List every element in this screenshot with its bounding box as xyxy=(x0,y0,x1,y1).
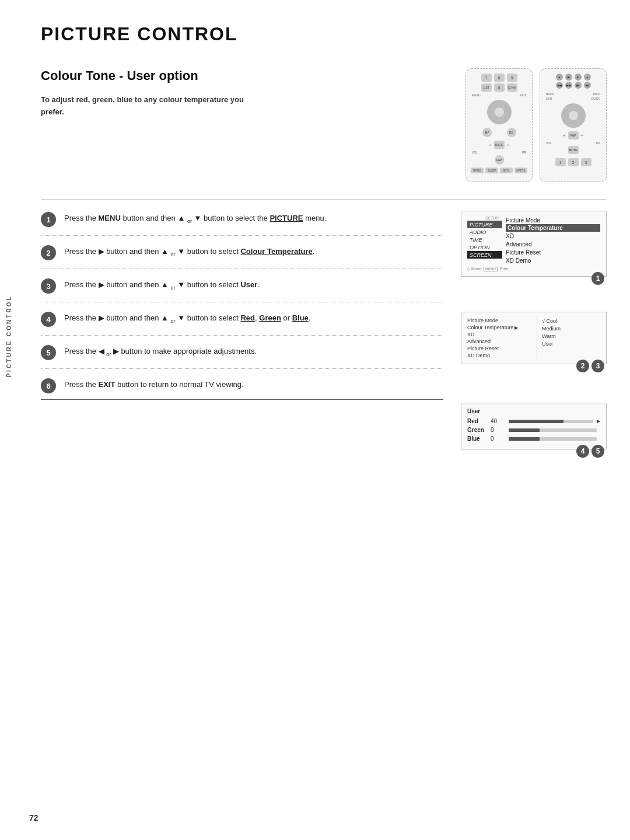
screen1-item-screen: SCREEN xyxy=(467,251,502,259)
step-text-5: Press the ◀ or ▶ button to make appropri… xyxy=(64,344,257,358)
screen2-left: Picture Mode Colour Temperature ▶ XD Adv… xyxy=(467,317,537,359)
badge-5: 5 xyxy=(592,445,604,458)
step-text-6: Press the EXIT button to return to norma… xyxy=(64,377,244,391)
remote2-label-exit-guide: EXITGUIDE xyxy=(544,97,603,100)
remote2-btn-stop: ● xyxy=(584,74,591,81)
screen2-xd-demo: XD Demo xyxy=(467,352,533,359)
section-heading: Colour Tone - User option xyxy=(41,68,466,83)
colour-fill-red xyxy=(509,420,564,423)
remote-nav-2 xyxy=(561,103,586,128)
step-3: 3 Press the ▶ button and then ▲ or ▼ but… xyxy=(41,277,443,294)
screen2-user: User xyxy=(542,340,600,347)
screen1-item-picture: PICTURE xyxy=(467,221,502,228)
step-number-2: 2 xyxy=(41,245,56,260)
screen2-right: √ Cool Medium Warm User xyxy=(537,317,600,359)
remote-btn-fav: FAV xyxy=(495,155,504,165)
divider-4 xyxy=(41,335,443,336)
page-number: 72 xyxy=(29,813,38,822)
remote-btn-7: 7 xyxy=(481,74,492,82)
step-text-2: Press the ▶ button and then ▲ or ▼ butto… xyxy=(64,244,314,259)
screen1-right-advanced: Advanced xyxy=(506,240,600,248)
step-number-4: 4 xyxy=(41,312,56,327)
step-5: 5 Press the ◀ or ▶ button to make approp… xyxy=(41,344,443,360)
colour-fill-blue xyxy=(509,437,540,441)
remote-btn-0: 0 xyxy=(494,83,505,92)
screen1-container: SETUP PICTURE AUDIO TIME OPTION SCREEN P… xyxy=(461,211,607,277)
divider-2 xyxy=(41,269,443,269)
step-number-1: 1 xyxy=(41,212,56,227)
page-title: PICTURE CONTROL xyxy=(41,23,607,45)
steps-section: 1 Press the MENU button and then ▲ or ▼ … xyxy=(41,211,607,449)
screen1-item-time: TIME xyxy=(467,236,502,243)
side-label: PICTURE CONTROL xyxy=(6,295,12,377)
remote-btn-sleep: SLEEP xyxy=(485,168,498,173)
remote2-label-back-info: BACKINFO xyxy=(544,92,603,96)
remote2-btn-rw: ◀◀ xyxy=(556,82,563,89)
remote-btn-update: UPDTE xyxy=(514,168,527,173)
colour-label-green: Green xyxy=(467,427,491,433)
remote-nav-inner-2 xyxy=(569,111,578,120)
step-text-1: Press the MENU button and then ▲ or ▼ bu… xyxy=(64,211,326,225)
screen2-medium: Medium xyxy=(542,325,600,332)
step-6: 6 Press the EXIT button to return to nor… xyxy=(41,377,443,393)
remote-btn-list: LIST xyxy=(481,83,492,92)
screen3-title: User xyxy=(467,408,600,414)
step-text-3: Press the ▶ button and then ▲ or ▼ butto… xyxy=(64,277,260,292)
remote-btn-back: BACK xyxy=(494,141,505,149)
remote-nav-inner-1 xyxy=(495,107,504,117)
step-text-4: Press the ▶ button and then ▲ or ▼ butto… xyxy=(64,311,310,325)
screen2-cool: √ Cool xyxy=(542,317,600,325)
screen1-left-col: SETUP PICTURE AUDIO TIME OPTION SCREEN xyxy=(467,216,502,264)
screen2-picture-mode: Picture Mode xyxy=(467,317,533,324)
screen2-badges: 2 3 xyxy=(576,360,604,372)
screen1-right-xd: XD xyxy=(506,232,600,240)
remote2-vol-pr: VOLPR xyxy=(544,141,603,145)
step-4: 4 Press the ▶ button and then ▲ or ▼ but… xyxy=(41,311,443,327)
step-1: 1 Press the MENU button and then ▲ or ▼ … xyxy=(41,211,443,227)
screen1-right-colour-temp: Colour Temperature xyxy=(506,224,600,232)
remote2-btn-rec: ● xyxy=(556,74,563,81)
colour-arrow-red: ▶ xyxy=(597,419,600,424)
screen2-layout: Picture Mode Colour Temperature ▶ XD Adv… xyxy=(467,317,600,359)
screen1-right-col: Picture Mode Colour Temperature XD Advan… xyxy=(502,216,600,264)
remote-btn-guide: GD xyxy=(507,128,516,137)
remote2-btn-prev: ⏮ xyxy=(575,82,582,89)
screen2-container: Picture Mode Colour Temperature ▶ XD Adv… xyxy=(461,312,607,364)
badge-2: 2 xyxy=(576,360,589,372)
colour-value-blue: 0 xyxy=(491,435,505,442)
bottom-divider xyxy=(41,399,443,400)
screen3-badges: 4 5 xyxy=(576,445,604,458)
remote-vol-pr: VOLPR xyxy=(470,151,528,154)
screen2-advanced: Advanced xyxy=(467,338,533,345)
screen1-badge: 1 xyxy=(592,272,604,285)
colour-value-red: 40 xyxy=(491,418,505,424)
screen1-right-picture-reset: Picture Reset xyxy=(506,248,600,256)
remote2-btn-1: 1 xyxy=(555,158,566,166)
screen2-picture-reset: Picture Reset xyxy=(467,345,533,352)
colour-bar-blue xyxy=(509,437,597,441)
remote2-btn-2: 2 xyxy=(568,158,579,166)
badge-1: 1 xyxy=(592,272,604,285)
screen1-footer: ◇ Move MENU Prev. xyxy=(467,267,600,271)
screen2: Picture Mode Colour Temperature ▶ XD Adv… xyxy=(461,312,607,364)
intro-text: Colour Tone - User option To adjust red,… xyxy=(41,62,466,118)
step-number-5: 5 xyxy=(41,345,56,360)
remote2-btn-mute: MUTE xyxy=(568,146,579,154)
step-2: 2 Press the ▶ button and then ▲ or ▼ but… xyxy=(41,244,443,260)
remote-nav-1 xyxy=(487,100,512,124)
colour-row-green: Green 0 xyxy=(467,427,600,433)
remote2-btn-ff: ▶▶ xyxy=(565,82,572,89)
remotes-area: 7 8 9 LIST 0 Q.VW MENUEXIT INF xyxy=(466,68,607,182)
screen3: User Red 40 ▶ Green 0 xyxy=(461,403,607,449)
remote-btn-info: INF xyxy=(482,128,492,137)
screen1-item-audio: AUDIO xyxy=(467,228,502,236)
remote-1: 7 8 9 LIST 0 Q.VW MENUEXIT INF xyxy=(466,68,533,182)
screen2-xd: XD xyxy=(467,331,533,338)
screen3-container: User Red 40 ▶ Green 0 xyxy=(461,403,607,449)
colour-bar-red xyxy=(509,420,593,423)
colour-label-red: Red xyxy=(467,418,491,424)
remote2-btn-pause: ⏸ xyxy=(575,74,582,81)
colour-row-blue: Blue 0 xyxy=(467,435,600,442)
colour-value-green: 0 xyxy=(491,427,505,433)
screens-area: SETUP PICTURE AUDIO TIME OPTION SCREEN P… xyxy=(461,211,607,449)
